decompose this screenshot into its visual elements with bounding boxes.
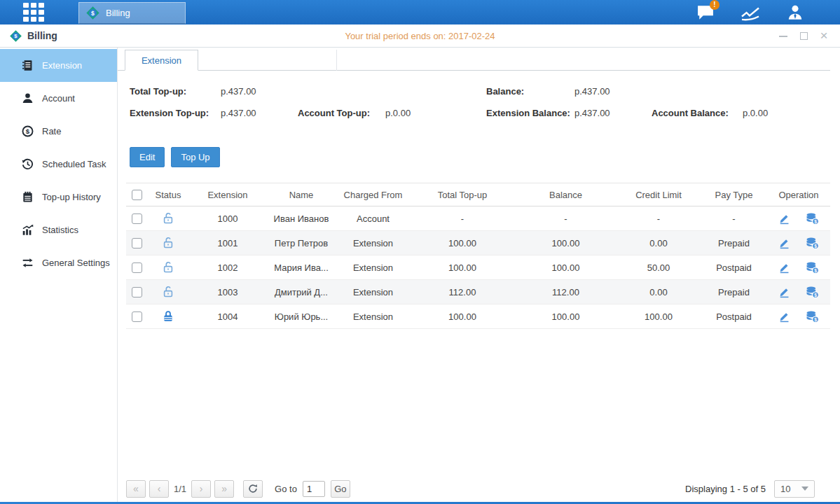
sidebar-item-label: Rate — [42, 126, 61, 136]
total-topup-label: Total Top-up: — [130, 86, 186, 97]
row-checkbox[interactable] — [132, 287, 142, 298]
svg-text:$: $ — [814, 267, 817, 273]
cell-charged-from: Extension — [336, 304, 410, 329]
balance-value: p.437.00 — [574, 86, 610, 97]
refresh-icon — [248, 484, 258, 493]
app-launcher-grid-icon[interactable] — [23, 4, 50, 22]
edit-row-pencil-icon[interactable] — [778, 311, 790, 323]
column-header-charged-from: Charged From — [336, 183, 410, 206]
total-topup-value: p.437.00 — [221, 86, 256, 97]
column-header-total-topup: Total Top-up — [410, 183, 515, 206]
svg-text:$: $ — [26, 127, 30, 135]
row-checkbox[interactable] — [132, 312, 142, 322]
cell-total-topup: - — [410, 206, 515, 231]
top-up-row-coins-icon[interactable]: $ — [806, 237, 819, 249]
refresh-button[interactable] — [243, 480, 263, 498]
cell-pay-type: Postpaid — [701, 304, 767, 329]
sidebar-item-label: General Settings — [42, 258, 110, 268]
tab-extension[interactable]: Extension — [125, 50, 198, 71]
cell-balance: 100.00 — [515, 304, 617, 329]
sidebar-item-extension[interactable]: Extension — [0, 49, 117, 82]
maximize-button[interactable] — [798, 30, 809, 41]
taskbar-item-billing[interactable]: $ Billing — [78, 2, 186, 24]
tab-strip-divider — [198, 50, 337, 71]
edit-row-pencil-icon[interactable] — [778, 213, 790, 225]
account-balance-label: Account Balance: — [652, 108, 729, 118]
window-title: Billing — [27, 30, 57, 41]
cell-operation: $ — [767, 280, 830, 304]
sidebar-item-label: Account — [42, 93, 75, 104]
sidebar-item-general-settings[interactable]: General Settings — [0, 246, 117, 279]
sidebar-item-account[interactable]: Account — [0, 82, 117, 115]
top-up-button[interactable]: Top Up — [171, 147, 219, 167]
top-up-row-coins-icon[interactable]: $ — [806, 213, 819, 225]
sidebar-item-label: Top-up History — [42, 192, 101, 202]
taskbar-item-label: Billing — [106, 8, 130, 18]
cell-charged-from: Extension — [336, 280, 410, 304]
minimize-button[interactable] — [778, 30, 789, 41]
top-up-row-coins-icon[interactable]: $ — [806, 286, 819, 298]
top-up-row-coins-icon[interactable]: $ — [806, 311, 819, 323]
cell-pay-type: Prepaid — [701, 231, 767, 255]
table-row: 1000 Иван Иванов Account - - - - — [126, 206, 830, 231]
column-header-credit-limit: Credit Limit — [617, 183, 701, 206]
row-checkbox[interactable] — [132, 238, 142, 248]
statistics-chart-icon — [22, 224, 34, 236]
notifications-message-icon[interactable]: ! — [694, 4, 717, 22]
row-checkbox[interactable] — [132, 262, 142, 273]
sidebar-item-label: Scheduled Task — [42, 159, 106, 169]
goto-page-input[interactable] — [303, 481, 325, 497]
sidebar-item-scheduled-task[interactable]: Scheduled Task — [0, 148, 117, 181]
table-row: 1004 Юрий Юрь... Extension 100.00 100.00… — [126, 304, 830, 329]
prev-page-button[interactable]: ‹ — [149, 480, 169, 498]
topup-history-notepad-icon — [22, 191, 34, 203]
cell-name: Юрий Юрь... — [266, 304, 336, 329]
cell-balance: - — [515, 206, 617, 231]
first-page-button[interactable]: « — [126, 480, 146, 498]
select-all-checkbox[interactable] — [132, 190, 142, 200]
edit-button[interactable]: Edit — [130, 147, 165, 167]
cell-pay-type: Prepaid — [701, 280, 767, 304]
balance-label: Balance: — [486, 86, 524, 97]
column-header-operation: Operation — [767, 183, 830, 206]
resource-monitor-chart-icon[interactable] — [739, 4, 762, 22]
close-button[interactable]: × — [818, 30, 829, 41]
row-checkbox[interactable] — [132, 214, 142, 224]
table-row: 1003 Дмитрий Д... Extension 112.00 112.0… — [126, 280, 830, 304]
last-page-button[interactable]: » — [214, 480, 234, 498]
extension-table: Status Extension Name Charged From Total… — [126, 183, 830, 329]
cell-extension: 1004 — [189, 304, 266, 329]
main-content: Extension Total Top-up: p.437.00 Balance… — [118, 48, 830, 502]
tab-strip: Extension — [118, 49, 830, 71]
cell-name: Петр Петров — [266, 231, 336, 255]
go-button[interactable]: Go — [331, 480, 350, 498]
table-row: 1001 Петр Петров Extension 100.00 100.00… — [126, 231, 830, 255]
goto-label: Go to — [275, 484, 297, 494]
displaying-summary: Displaying 1 - 5 of 5 — [685, 484, 766, 494]
sidebar-item-statistics[interactable]: Statistics — [0, 214, 117, 246]
cell-credit-limit: 50.00 — [617, 255, 701, 280]
top-up-row-coins-icon[interactable]: $ — [806, 262, 819, 274]
user-account-icon[interactable] — [784, 4, 806, 22]
balance-summary: Total Top-up: p.437.00 Balance: p.437.00… — [118, 86, 830, 130]
sidebar-item-topup-history[interactable]: Top-up History — [0, 181, 117, 214]
column-header-pay-type: Pay Type — [701, 183, 767, 206]
account-topup-value: p.0.00 — [385, 108, 411, 118]
lock-open-icon — [162, 237, 174, 249]
next-page-button[interactable]: › — [191, 480, 211, 498]
lock-open-icon — [162, 212, 174, 225]
edit-row-pencil-icon[interactable] — [778, 237, 790, 249]
cell-total-topup: 100.00 — [410, 304, 515, 329]
edit-row-pencil-icon[interactable] — [778, 262, 790, 274]
svg-text:$: $ — [814, 243, 817, 248]
cell-name: Иван Иванов — [266, 206, 336, 231]
chevron-down-icon — [801, 486, 808, 491]
cell-total-topup: 112.00 — [410, 280, 515, 304]
cell-balance: 112.00 — [515, 280, 617, 304]
extension-topup-label: Extension Top-up: — [130, 108, 209, 118]
sidebar-item-rate[interactable]: $ Rate — [0, 115, 117, 148]
edit-row-pencil-icon[interactable] — [778, 286, 790, 298]
svg-text:$: $ — [814, 292, 817, 298]
cell-credit-limit: 100.00 — [617, 304, 701, 329]
page-size-select[interactable]: 10 — [774, 480, 815, 498]
